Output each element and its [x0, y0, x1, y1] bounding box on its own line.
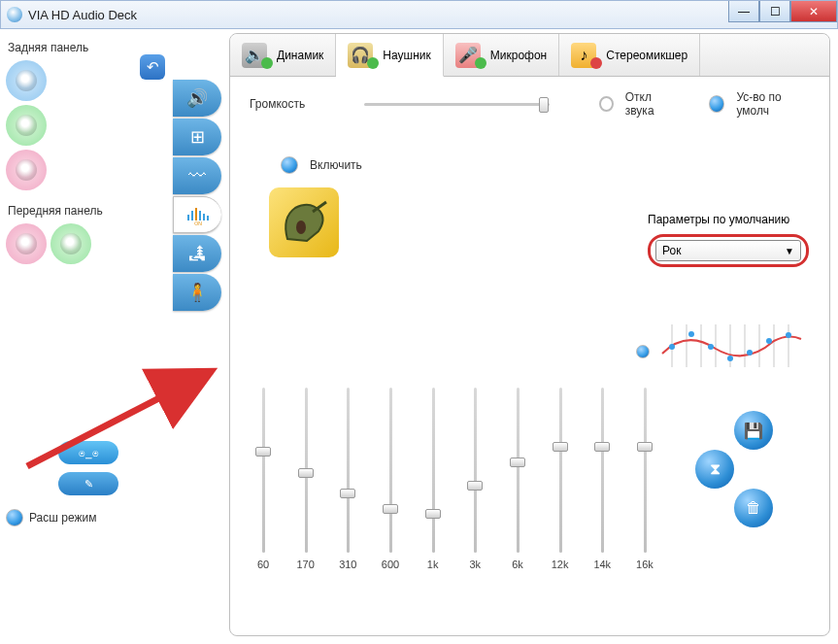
connector-button-2[interactable]: ✎: [58, 472, 118, 495]
eq-slider[interactable]: [551, 388, 570, 553]
check-icon: [367, 57, 379, 69]
svg-rect-1: [191, 211, 193, 220]
rear-jack-pink[interactable]: [6, 150, 47, 190]
rear-jack-green[interactable]: [6, 105, 47, 146]
mute-radio[interactable]: [599, 96, 614, 112]
eq-curve-preview: [657, 320, 803, 372]
eq-band-label: 16k: [636, 559, 654, 570]
eq-slider[interactable]: [253, 388, 273, 553]
default-device-radio[interactable]: [709, 95, 725, 113]
tab-mixer-label: Стереомикшер: [606, 49, 687, 62]
eq-delete-button[interactable]: 🗑: [734, 489, 773, 527]
eq-action-buttons: 💾 ⧗ 🗑: [682, 417, 798, 533]
app-icon: [7, 7, 22, 22]
sidetab-speakers[interactable]: ⊞: [173, 119, 221, 155]
eq-slider[interactable]: [465, 388, 485, 553]
eq-band-label: 12k: [552, 559, 569, 570]
eq-band: 3k: [465, 388, 485, 570]
svg-text:ON: ON: [194, 220, 202, 225]
tab-mic[interactable]: 🎤 Микрофон: [444, 34, 559, 76]
tab-speaker[interactable]: 🔈 Динамик: [230, 34, 336, 76]
front-jack-pink[interactable]: [6, 223, 47, 264]
volume-label: Громкость: [250, 97, 305, 111]
svg-point-21: [727, 356, 733, 361]
eq-band-label: 6k: [512, 559, 523, 570]
side-tabs: 🔊 ⊞ 〰 ON 🏞 🧍: [173, 29, 229, 644]
eq-enable-radio[interactable]: [281, 156, 298, 174]
rear-jack-blue[interactable]: [6, 60, 47, 101]
volume-slider[interactable]: [364, 94, 550, 114]
window-title: VIA HD Audio Deck: [28, 8, 137, 22]
eq-band: 12k: [551, 388, 570, 570]
svg-point-19: [688, 331, 694, 337]
mute-label: Откл звука: [625, 90, 679, 118]
svg-point-20: [708, 344, 714, 350]
svg-point-24: [786, 332, 791, 338]
svg-rect-3: [199, 211, 201, 220]
tab-speaker-label: Динамик: [277, 49, 323, 62]
sidetab-eq[interactable]: ON: [173, 196, 221, 233]
svg-rect-4: [203, 214, 205, 220]
main-panel: 🔈 Динамик 🎧 Наушник 🎤 Микрофон ♪ Стереом…: [229, 33, 830, 636]
eq-band: 60: [253, 388, 273, 570]
eq-slider[interactable]: [423, 388, 443, 553]
scene-icon: 🏞: [188, 244, 206, 264]
eq-slider[interactable]: [635, 388, 654, 553]
left-panel: Задняя панель ↶ Передняя панель ⍟⎯⍟ ✎ Ра…: [0, 29, 173, 644]
rear-panel-label: Задняя панель: [8, 41, 167, 54]
curve-toggle[interactable]: [636, 345, 650, 358]
tab-mixer[interactable]: ♪ Стереомикшер: [559, 34, 700, 76]
preset-header: Параметры по умолчанию: [648, 213, 809, 226]
eq-slider[interactable]: [338, 388, 357, 553]
mode-radio[interactable]: [6, 509, 23, 526]
eq-band: 1k: [423, 388, 443, 570]
svg-rect-2: [195, 208, 197, 220]
eq-band-label: 170: [296, 559, 314, 570]
tab-headphone-label: Наушник: [383, 49, 430, 62]
eq-slider[interactable]: [296, 388, 316, 553]
eq-band: 16k: [635, 388, 654, 570]
sidetab-environment[interactable]: 🏞: [173, 235, 221, 272]
wave-icon: 〰: [188, 166, 206, 186]
svg-point-22: [747, 350, 753, 356]
equalizer: 601703106001k3k6k12k14k16k: [253, 388, 654, 570]
eq-slider[interactable]: [381, 388, 400, 553]
eq-enable-label: Включить: [310, 158, 362, 172]
tab-mic-label: Микрофон: [490, 49, 547, 62]
chevron-down-icon: ▼: [785, 246, 794, 256]
tab-headphone[interactable]: 🎧 Наушник: [336, 34, 443, 77]
eq-band-label: 1k: [427, 559, 439, 570]
maximize-button[interactable]: ☐: [759, 1, 790, 22]
close-button[interactable]: ✕: [790, 1, 837, 22]
eq-slider[interactable]: [508, 388, 527, 553]
sidetab-wave[interactable]: 〰: [173, 157, 221, 194]
minimize-button[interactable]: —: [728, 1, 759, 22]
eq-slider[interactable]: [592, 388, 612, 553]
svg-rect-0: [187, 215, 189, 220]
svg-point-23: [766, 338, 772, 344]
mode-label: Расш режим: [29, 511, 96, 525]
check-icon: [475, 57, 486, 69]
speakers-icon: ⊞: [190, 126, 205, 148]
front-panel-label: Передняя панель: [8, 204, 167, 218]
connector-button-1[interactable]: ⍟⎯⍟: [58, 441, 118, 464]
svg-point-7: [296, 220, 306, 234]
eq-band: 170: [296, 388, 316, 570]
default-device-label: Ус-во по умолч: [736, 90, 810, 118]
eq-save-button[interactable]: 💾: [734, 411, 773, 450]
eq-band-label: 600: [382, 559, 399, 570]
room-icon: 🧍: [186, 282, 208, 303]
refresh-button[interactable]: ↶: [140, 54, 165, 80]
preset-value: Рок: [662, 244, 681, 257]
preset-dropdown[interactable]: Рок ▼: [655, 240, 801, 261]
preset-highlight: Рок ▼: [648, 234, 809, 267]
sidetab-volume[interactable]: 🔊: [173, 80, 221, 117]
svg-point-18: [669, 344, 675, 350]
front-jack-green[interactable]: [50, 223, 91, 264]
eq-band-label: 3k: [469, 559, 481, 570]
eq-reset-button[interactable]: ⧗: [695, 450, 734, 489]
eq-band: 14k: [592, 388, 612, 570]
sidetab-room[interactable]: 🧍: [173, 274, 221, 311]
volume-icon: 🔊: [186, 87, 208, 109]
preset-image: [269, 187, 339, 257]
